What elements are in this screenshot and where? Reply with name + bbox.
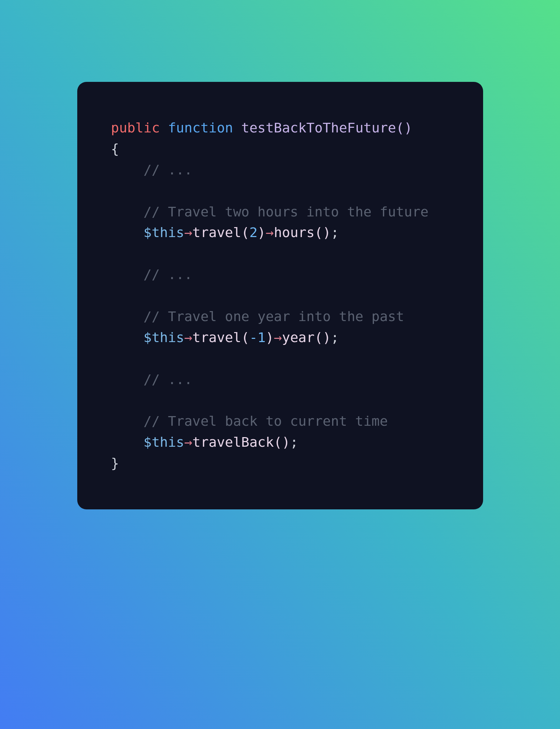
arrow-operator: →: [266, 225, 274, 240]
var-this: $this: [143, 434, 184, 450]
indent: [111, 372, 144, 387]
code-snippet-card: public function testBackToTheFuture() { …: [77, 82, 483, 509]
keyword-function: function: [168, 120, 233, 136]
arrow-operator: →: [184, 225, 192, 240]
open-brace: {: [111, 141, 119, 157]
comment-back: // Travel back to current time: [143, 413, 388, 429]
semicolon: ;: [290, 434, 298, 450]
arrow-operator: →: [184, 434, 192, 450]
parentheses: (): [274, 434, 290, 450]
var-this: $this: [143, 330, 184, 345]
literal-two: 2: [249, 225, 257, 240]
indent: [111, 309, 144, 324]
arrow-operator: →: [184, 330, 192, 345]
literal-neg-one: -1: [249, 330, 266, 345]
comment-future: // Travel two hours into the future: [143, 204, 429, 220]
paren-close: ): [266, 330, 274, 345]
parentheses: (): [315, 225, 331, 240]
comment-ellipsis: // ...: [143, 162, 192, 178]
parentheses: (): [315, 330, 331, 345]
semicolon: ;: [331, 225, 339, 240]
indent: [111, 225, 144, 240]
comment-past: // Travel one year into the past: [143, 309, 404, 324]
var-this: $this: [143, 225, 184, 240]
call-travel-back: travelBack: [192, 434, 274, 450]
indent: [111, 330, 144, 345]
parentheses: (): [396, 120, 412, 136]
semicolon: ;: [331, 330, 339, 345]
paren-open: (: [241, 225, 250, 240]
code-block: public function testBackToTheFuture() { …: [111, 117, 462, 474]
indent: [111, 204, 144, 220]
paren-close: ): [257, 225, 266, 240]
indent: [111, 413, 144, 429]
arrow-operator: →: [274, 330, 282, 345]
indent: [111, 162, 144, 178]
call-hours: hours: [274, 225, 314, 240]
call-travel: travel: [192, 225, 241, 240]
call-year: year: [282, 330, 315, 345]
comment-ellipsis: // ...: [143, 372, 192, 387]
paren-open: (: [241, 330, 250, 345]
keyword-public: public: [111, 120, 160, 136]
function-name: testBackToTheFuture: [241, 120, 396, 136]
indent: [111, 434, 144, 450]
comment-ellipsis: // ...: [143, 267, 192, 282]
call-travel: travel: [192, 330, 241, 345]
close-brace: }: [111, 455, 119, 471]
indent: [111, 267, 144, 282]
